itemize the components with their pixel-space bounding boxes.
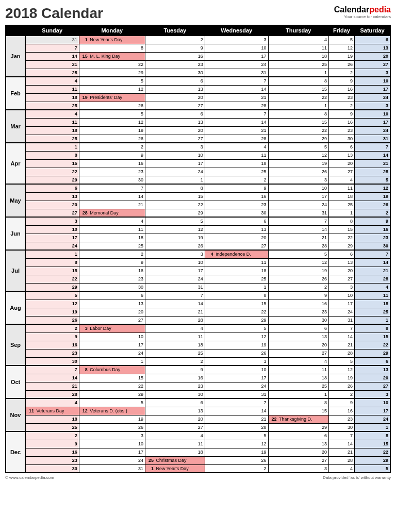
day-cell: 19 <box>328 374 354 382</box>
day-cell: 5 <box>79 110 145 118</box>
day-cell: 28 <box>145 316 205 324</box>
day-cell: 16 <box>268 300 328 308</box>
day-cell: 18 <box>268 374 328 382</box>
day-cell: 18 <box>205 267 268 275</box>
day-cell: 16 <box>328 118 354 126</box>
day-cell: 23 <box>79 168 145 176</box>
day-cell: 7 <box>145 291 205 300</box>
day-cell: 28 <box>205 102 268 110</box>
day-cell: 12 <box>328 365 354 374</box>
day-cell: 25 <box>145 349 205 357</box>
day-cell: 11 <box>355 291 390 300</box>
week-row: 2728 Memorial Day29303112 <box>6 209 390 217</box>
week-row: 22232425262728 <box>6 275 390 283</box>
month-label: Feb <box>6 77 25 110</box>
day-cell: 1 <box>79 357 145 365</box>
day-cell: 21 <box>328 341 354 349</box>
week-row: 891011121314 <box>6 151 390 159</box>
day-cell: 29 <box>328 242 354 250</box>
day-cell: 7 <box>355 250 390 258</box>
day-cell: 22 <box>79 382 145 390</box>
day-cell: 27 <box>328 168 354 176</box>
week-row: Aug567891011 <box>6 291 390 300</box>
day-cell: 30 <box>328 135 354 143</box>
day-cell: 20 <box>79 308 145 316</box>
day-cell: 13 <box>268 332 328 341</box>
day-cell: 13 <box>355 365 390 374</box>
day-cell: 21 <box>328 448 354 456</box>
day-cell: 14 <box>205 85 268 93</box>
day-cell: 2 <box>328 69 354 77</box>
week-row: 28293031123 <box>6 390 390 398</box>
month-label: Jul <box>6 250 25 291</box>
week-row: Nov45678910 <box>6 398 390 407</box>
week-row: 1415 M. L. King Day1617181920 <box>6 52 390 60</box>
day-cell: 31 <box>145 283 205 291</box>
day-cell: 17 <box>205 374 268 382</box>
day-cell: 29 <box>25 176 79 184</box>
month-label: Dec <box>6 431 25 473</box>
week-row: 11 Veterans Day12 Veterans D. (obs.)1314… <box>6 407 390 415</box>
day-cell: 4 <box>268 357 328 365</box>
day-cell: 21 <box>268 234 328 242</box>
week-row: 14151617181920 <box>6 374 390 382</box>
day-cell: 6 <box>355 357 390 365</box>
day-cell: 24 <box>79 456 145 464</box>
day-cell: 24 <box>355 93 390 102</box>
day-cell: 28 <box>328 349 354 357</box>
day-cell: 11 <box>205 258 268 267</box>
day-cell: 14 <box>355 151 390 159</box>
day-cell: 2 <box>328 390 354 398</box>
day-cell: 4 <box>79 217 145 225</box>
week-row: 16171819202122 <box>6 448 390 456</box>
day-cell: 8 <box>79 44 145 52</box>
day-cell: 7 <box>268 217 328 225</box>
day-cell: 12 <box>25 300 79 308</box>
day-cell: 8 <box>268 398 328 407</box>
day-header: Monday <box>79 25 145 36</box>
day-cell: 17 <box>328 300 354 308</box>
day-cell: 2 <box>355 209 390 217</box>
day-cell: 23 <box>25 456 79 464</box>
day-cell: 11 <box>25 118 79 126</box>
day-cell: 25 <box>205 275 268 283</box>
week-row: 30123456 <box>6 357 390 365</box>
day-cell: 2 <box>328 102 354 110</box>
day-cell: 18 <box>205 159 268 168</box>
header: 2018 Calendar Calendarpedia Your source … <box>5 5 391 22</box>
day-cell: 30 <box>268 316 328 324</box>
day-cell: 25 <box>25 423 79 431</box>
week-row: 78910111213 <box>6 44 390 52</box>
week-row: 1819202122 Thanksgiving D.2324 <box>6 415 390 423</box>
day-cell: 20 <box>355 52 390 60</box>
day-cell: 16 <box>205 192 268 201</box>
day-cell: 19 <box>328 52 354 60</box>
day-cell: 14 <box>205 118 268 126</box>
day-cell: 23 <box>25 349 79 357</box>
day-cell: 24 <box>205 382 268 390</box>
day-cell: 27 <box>268 349 328 357</box>
day-cell: 28 <box>25 69 79 77</box>
day-cell: 13 <box>25 192 79 201</box>
day-cell: 22 <box>355 448 390 456</box>
day-cell: 30 <box>145 69 205 77</box>
day-cell: 10 <box>355 77 390 85</box>
day-cell: 6 <box>328 143 354 151</box>
month-label: Sep <box>6 324 25 365</box>
day-cell: 22 <box>355 341 390 349</box>
day-cell: 4 <box>25 110 79 118</box>
day-cell: 17 <box>25 234 79 242</box>
week-row: May6789101112 <box>6 184 390 192</box>
day-cell: 21 <box>25 382 79 390</box>
day-cell: 24 <box>145 168 205 176</box>
day-cell: 25 <box>205 168 268 176</box>
week-row: Sep23 Labor Day45678 <box>6 324 390 332</box>
day-cell: 9 <box>355 217 390 225</box>
day-cell: 2 <box>205 176 268 184</box>
day-cell: 6 <box>79 291 145 300</box>
day-cell: 17 <box>355 118 390 126</box>
day-cell: 14 <box>25 52 79 60</box>
week-row: 12131415161718 <box>6 300 390 308</box>
day-cell: 24 <box>355 415 390 423</box>
day-cell: 8 <box>268 77 328 85</box>
